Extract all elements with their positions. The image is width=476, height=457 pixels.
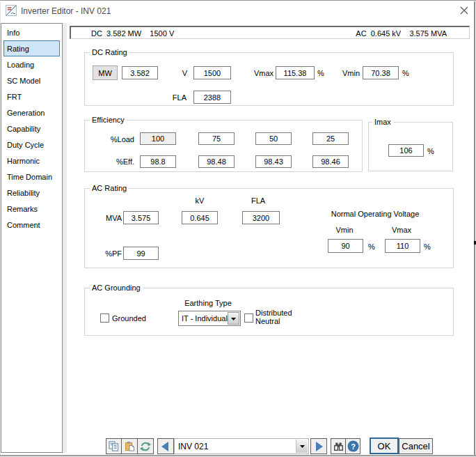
svg-text:?: ? <box>351 442 356 451</box>
